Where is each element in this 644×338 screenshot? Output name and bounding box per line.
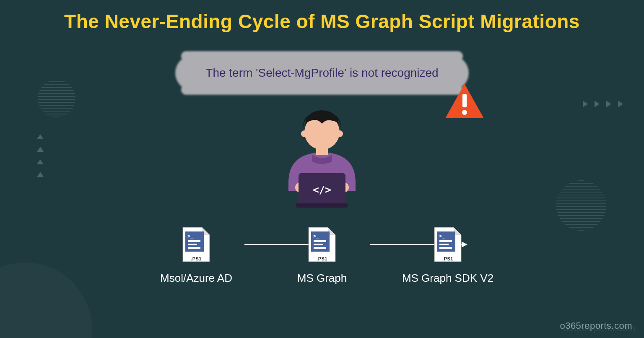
decorative-semicircle xyxy=(0,263,92,338)
svg-text:>_: >_ xyxy=(439,233,445,239)
ps1-file-icon: >_ .PS1 xyxy=(182,226,210,263)
svg-point-5 xyxy=(301,130,308,137)
node-label: MS Graph SDK V2 xyxy=(402,272,493,285)
ps1-file-icon: >_ .PS1 xyxy=(308,226,336,263)
svg-text:</>: </> xyxy=(313,184,331,196)
svg-rect-1 xyxy=(462,94,467,107)
svg-rect-10 xyxy=(296,203,348,208)
svg-text:>_: >_ xyxy=(187,233,194,239)
node-label: Msol/Azure AD xyxy=(160,272,232,285)
timeline-node: >_ .PS1 MS Graph xyxy=(265,226,379,285)
svg-rect-31 xyxy=(439,244,449,245)
svg-rect-32 xyxy=(439,247,452,249)
error-text: The term 'Select-MgProfile' is not recog… xyxy=(205,66,438,80)
error-message-bubble: The term 'Select-MgProfile' is not recog… xyxy=(175,55,469,91)
node-label: MS Graph xyxy=(297,272,347,285)
ps1-file-icon: >_ .PS1 xyxy=(434,226,462,263)
svg-point-6 xyxy=(336,130,343,137)
decorative-play-triangles xyxy=(583,101,623,107)
decorative-up-triangles xyxy=(37,134,44,177)
file-extension-label: .PS1 xyxy=(191,256,202,261)
page-title: The Never-Ending Cycle of MS Graph Scrip… xyxy=(0,0,644,33)
file-extension-label: .PS1 xyxy=(317,256,327,261)
svg-rect-23 xyxy=(314,240,326,242)
svg-rect-17 xyxy=(188,244,197,245)
timeline-node: >_ .PS1 MS Graph SDK V2 xyxy=(391,226,504,285)
svg-rect-16 xyxy=(188,240,200,242)
decorative-hatched-circle-icon xyxy=(38,80,75,117)
migration-timeline: >_ .PS1 Msol/Azure AD >_ .PS1 MS Graph xyxy=(140,226,504,285)
file-extension-label: .PS1 xyxy=(442,256,453,261)
decorative-hatched-circle-icon xyxy=(556,180,606,231)
svg-text:>_: >_ xyxy=(313,233,319,239)
developer-with-laptop-illustration: </> xyxy=(276,103,368,212)
svg-rect-18 xyxy=(188,247,200,249)
svg-point-2 xyxy=(462,110,467,115)
svg-rect-24 xyxy=(314,244,323,245)
timeline-node: >_ .PS1 Msol/Azure AD xyxy=(140,226,253,285)
svg-rect-30 xyxy=(439,240,452,242)
alert-triangle-icon xyxy=(444,82,486,120)
watermark: o365reports.com xyxy=(560,320,632,331)
svg-rect-25 xyxy=(314,247,326,249)
